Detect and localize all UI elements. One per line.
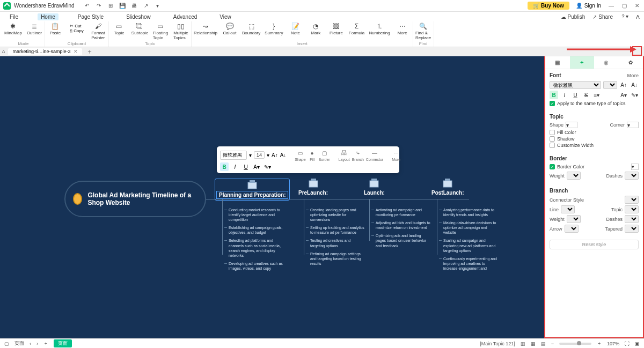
ft-font-family[interactable]: 微软雅黑 — [220, 151, 247, 160]
panel-tab-icon[interactable]: ✿ — [619, 56, 643, 69]
outline-toggle-icon[interactable]: ▢ — [4, 341, 9, 346]
fillcolor-checkbox[interactable]: Fill Color — [550, 130, 639, 135]
new-icon[interactable]: ⊞ — [107, 2, 114, 10]
ft-underline-icon[interactable]: U — [241, 162, 250, 171]
phase-item[interactable]: Setting up tracking and analytics to mea… — [306, 225, 365, 235]
tab-close-icon[interactable]: ✕ — [74, 49, 78, 54]
phase-item[interactable]: Analyzing performance data to identify t… — [439, 208, 498, 217]
ft-connector-icon[interactable]: — — [370, 149, 379, 157]
strike-icon[interactable]: S — [582, 91, 590, 99]
zoom-in-icon[interactable]: ＋ — [597, 340, 602, 347]
maximize-icon[interactable]: ▢ — [620, 2, 628, 10]
bordercolor-swatch[interactable]: ▾ — [631, 164, 639, 170]
phase-item[interactable]: Selecting ad platforms and channels such… — [224, 238, 283, 257]
phase-item[interactable]: Establishing ad campaign goals, objectiv… — [224, 225, 283, 235]
phase-item[interactable]: Testing ad creatives and targeting optio… — [306, 238, 365, 248]
customwidth-checkbox[interactable]: Customize Width — [550, 143, 639, 148]
panel-tab-mark[interactable]: ◎ — [594, 56, 619, 69]
ft-italic-icon[interactable]: I — [231, 162, 239, 171]
underline-icon[interactable]: U — [571, 91, 580, 99]
signin-button[interactable]: 👤 Sign In — [576, 3, 601, 9]
tab-home-icon[interactable]: ⌂ — [2, 49, 5, 54]
connector-style[interactable]: ≡ — [625, 196, 639, 204]
view3-icon[interactable]: ▤ — [541, 341, 546, 346]
align-icon[interactable]: ≡▾ — [592, 91, 601, 99]
ft-bold-icon[interactable]: B — [220, 162, 229, 171]
font-size-select[interactable]: 14 — [603, 81, 617, 89]
page-chip[interactable]: 页面 — [54, 339, 72, 347]
branch-line[interactable] — [561, 205, 575, 213]
buy-now-button[interactable]: 🛒 Buy Now — [528, 2, 569, 10]
tab-add-button[interactable]: ＋ — [86, 47, 93, 56]
border-weight[interactable]: — — [567, 172, 581, 180]
phase-node[interactable]: Launch: — [362, 179, 387, 196]
paste-button[interactable]: 📋Paste — [47, 23, 63, 40]
help-icon[interactable]: ？▾ — [620, 13, 628, 20]
menu-file[interactable]: File — [6, 13, 21, 20]
topic-button[interactable]: ▭Topic — [111, 23, 127, 40]
more-insert-button[interactable]: ⋯More — [394, 23, 411, 35]
ft-border-icon[interactable]: ▢ — [320, 149, 328, 157]
menu-view[interactable]: View — [216, 13, 235, 20]
mindmap-button[interactable]: ✱MindMap — [4, 23, 22, 35]
close-icon[interactable]: ✕ — [633, 2, 641, 10]
zoom-slider[interactable] — [559, 343, 591, 345]
phase-item[interactable]: Creating landing pages and optimizing we… — [306, 208, 365, 222]
fullscreen-icon[interactable]: ▣ — [635, 341, 640, 346]
cut-button[interactable]: ✂ Cut — [70, 24, 84, 28]
ft-layout-icon[interactable]: 品 — [340, 149, 348, 157]
shadow-checkbox[interactable]: Shadow — [550, 136, 639, 142]
ft-shrink-icon[interactable]: A↓ — [280, 151, 287, 159]
view1-icon[interactable]: ▥ — [521, 341, 525, 346]
subtopic-button[interactable]: ⿻Subtopic — [131, 23, 148, 40]
reset-style-button[interactable]: Reset style — [550, 240, 639, 249]
phase-item[interactable]: Activating ad campaign and monitoring pe… — [371, 208, 430, 217]
collapse-ribbon-icon[interactable]: ᐱ — [636, 14, 640, 20]
corner-select[interactable]: ▾ — [627, 122, 639, 128]
copy-button[interactable]: ⎘ Copy — [70, 28, 84, 33]
panel-tab-style[interactable]: ✦ — [570, 56, 595, 69]
phase-node[interactable]: Planning and Preparation: — [215, 179, 290, 201]
page-next-icon[interactable]: › — [36, 341, 38, 346]
ft-fontcolor-icon[interactable]: A▾ — [252, 162, 261, 171]
boundary-button[interactable]: ⬚Boundary — [242, 23, 260, 35]
apply-same-type-checkbox[interactable]: ✓Apply to the same type of topics — [550, 101, 639, 106]
bordercolor-checkbox[interactable]: ✓Border Color▾ — [550, 164, 639, 170]
outliner-button[interactable]: ≣Outliner — [26, 23, 42, 35]
highlight-icon[interactable]: ✎▾ — [630, 91, 639, 99]
print-icon[interactable]: 🖶 — [130, 2, 138, 10]
ft-shape-icon[interactable]: ▭ — [296, 149, 304, 157]
phase-node[interactable]: PostLaunch: — [429, 179, 466, 196]
format-painter-button[interactable]: 🖌Format Painter — [90, 23, 106, 40]
document-tab[interactable]: marketing-ti…ine-sample-3 ✕ — [8, 48, 82, 55]
shape-select[interactable]: ▾ — [566, 122, 577, 128]
picture-button[interactable]: 🖼Picture — [328, 23, 344, 35]
border-dashes[interactable]: — — [625, 172, 639, 180]
formula-button[interactable]: ΣFormula — [348, 23, 364, 35]
italic-icon[interactable]: I — [560, 91, 569, 99]
fontcolor-icon[interactable]: A▾ — [619, 91, 628, 99]
ft-size-dd[interactable]: ▾ — [267, 151, 269, 159]
panel-tab-page[interactable]: ▦ — [545, 56, 570, 69]
ft-branch-icon[interactable]: ⤷ — [354, 149, 362, 157]
zoom-out-icon[interactable]: − — [551, 341, 554, 346]
summary-button[interactable]: }Summary — [265, 23, 283, 35]
numbering-button[interactable]: ⒈Numbering — [369, 23, 390, 35]
ft-highlight-icon[interactable]: ✎▾ — [263, 162, 272, 171]
relation-button[interactable]: ↝Relationship — [194, 23, 217, 35]
root-node[interactable]: Global Ad Marketing Timeline of a Shop W… — [64, 181, 206, 217]
callout-button[interactable]: 💬Callout — [222, 23, 238, 35]
page-prev-icon[interactable]: ‹ — [30, 341, 31, 346]
fit-icon[interactable]: ⛶ — [625, 341, 630, 346]
undo-icon[interactable]: ↶ — [83, 2, 91, 10]
redo-icon[interactable]: ↷ — [95, 2, 103, 10]
share-button[interactable]: ↗ Share — [592, 14, 613, 20]
ft-fill-icon[interactable]: ● — [308, 149, 317, 157]
note-button[interactable]: 📝Note — [287, 23, 303, 35]
branch-dashes[interactable]: — — [625, 215, 639, 223]
font-grow-icon[interactable]: A↑ — [619, 80, 628, 89]
ft-more-icon[interactable]: ⋯ — [392, 149, 400, 157]
phase-item[interactable]: Continuously experimenting and improving… — [439, 256, 498, 271]
page-add-icon[interactable]: ＋ — [43, 340, 48, 347]
menu-pagestyle[interactable]: Page Style — [75, 13, 107, 20]
